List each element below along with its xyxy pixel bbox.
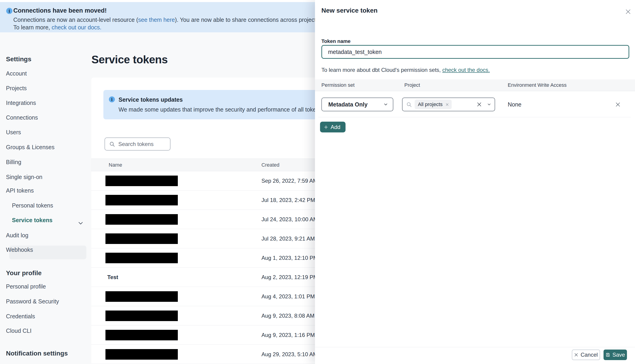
sidebar-item-cloud-cli[interactable]: Cloud CLI [6,328,32,334]
column-header-permission-set: Permission set [322,82,355,88]
info-icon: i [109,96,115,102]
column-header-environment-write-access: Environment Write Access [508,82,566,88]
redacted-token-name [105,195,178,206]
sidebar-item-integrations[interactable]: Integrations [6,100,36,106]
token-name-label: Token name [322,38,351,44]
remove-chip-icon[interactable] [445,103,449,106]
sidebar-item-single-sign-on[interactable]: Single sign-on [6,174,42,180]
permission-helper-text: To learn more about dbt Cloud's permissi… [322,67,490,73]
panel-footer: Cancel Save [315,347,635,364]
search-icon [109,141,115,147]
sidebar-item-connections[interactable]: Connections [6,114,38,121]
column-header-created: Created [261,162,279,168]
search-icon [406,102,412,108]
search-placeholder: Search tokens [118,141,153,147]
redacted-token-name [105,349,178,360]
column-header-name: Name [109,162,122,168]
cancel-button[interactable]: Cancel [572,350,600,360]
page-title: Service tokens [91,53,168,66]
chip-label: All projects [418,102,443,108]
redacted-token-name [105,214,178,225]
sidebar-heading-settings: Settings [6,56,31,63]
token-name: Test [107,274,118,280]
chevron-down-icon [487,102,491,107]
sidebar-item-account[interactable]: Account [6,70,27,77]
check-out-the-docs-link[interactable]: check out the docs. [442,67,490,73]
row-divider [318,117,631,117]
settings-sidebar: SettingsAccountProjectsIntegrationsConne… [0,32,91,364]
redacted-token-name [105,291,178,302]
new-service-token-panel: New service token Token name metadata_te… [315,0,635,364]
close-icon [574,353,578,357]
token-name-value: metadata_test_token [328,49,382,55]
check-out-our-docs-link[interactable]: check out our docs. [52,24,102,30]
save-button[interactable]: Save [603,350,627,360]
redacted-token-name [105,330,178,340]
search-input[interactable]: Search tokens [105,138,170,150]
project-multiselect[interactable]: All projects [402,98,495,111]
notice-body: We made some updates that improve the se… [119,106,343,113]
chevron-down-icon [383,102,388,107]
redacted-token-name [105,176,178,186]
sidebar-item-billing[interactable]: Billing [6,159,21,166]
sidebar-heading-notification-settings: Notification settings [6,350,68,357]
cancel-button-label: Cancel [580,352,598,358]
token-created-date: Aug 2, 2023, 12:19 PM P [261,274,323,280]
remove-row-icon[interactable] [613,100,623,110]
token-created-date: Jul 24, 2023, 10:00 AM [261,216,318,222]
token-created-date: Aug 29, 2023, 5:10 AM P [261,351,323,358]
sidebar-item-password-security[interactable]: Password & Security [6,298,59,305]
helper-text: To learn more about dbt Cloud's permissi… [322,67,442,73]
sidebar-item-groups-licenses[interactable]: Groups & Licenses [6,144,55,150]
add-permission-button[interactable]: Add [320,122,346,132]
token-created-date: Sep 26, 2022, 7:59 AM P [261,178,323,184]
close-icon[interactable] [623,6,633,17]
sidebar-item-api-tokens[interactable]: API tokens [6,187,34,194]
column-header-project: Project [404,82,420,88]
clear-selection-icon[interactable] [477,102,482,107]
redacted-token-name [105,234,178,244]
plus-icon [324,125,328,130]
banner-text: Connections are now an account-level res… [13,16,138,23]
sidebar-item-credentials[interactable]: Credentials [6,313,35,320]
permission-set-value: Metadata Only [328,101,383,108]
add-button-label: Add [331,124,341,130]
notice-title: Service tokens updates [119,96,183,103]
banner-text: To learn more, [13,24,52,30]
save-button-label: Save [612,352,625,358]
panel-title: New service token [322,7,378,14]
sidebar-item-webhooks[interactable]: Webhooks [6,246,33,253]
token-created-date: Jul 18, 2023, 2:42 PM P [261,197,320,203]
redacted-token-name [105,253,178,263]
token-created-date: Aug 1, 2023, 12:10 PM P [261,255,323,261]
token-created-date: Aug 9, 2023, 8:08 AM P [261,312,320,319]
info-icon: i [6,8,13,14]
permission-set-select[interactable]: Metadata Only [322,98,393,111]
sidebar-item-personal-profile[interactable]: Personal profile [6,283,46,290]
sidebar-item-users[interactable]: Users [6,129,21,136]
token-created-date: Aug 4, 2023, 1:01 PM P [261,293,320,300]
banner-title: Connections have been moved! [13,7,107,14]
sidebar-item-audit-log[interactable]: Audit log [6,232,28,239]
chevron-down-icon[interactable] [78,220,84,226]
sidebar-item-projects[interactable]: Projects [6,85,27,92]
all-projects-chip[interactable]: All projects [415,100,452,109]
see-them-here-link[interactable]: see them here [138,16,175,23]
redacted-token-name [105,310,178,321]
token-created-date: Jul 28, 2023, 9:21 AM P [261,236,320,242]
sidebar-item-service-tokens[interactable]: Service tokens [12,217,53,224]
permissions-grid-header: Permission set Project Environment Write… [315,80,635,91]
sidebar-item-personal-tokens[interactable]: Personal tokens [12,202,53,209]
sidebar-heading-your-profile: Your profile [6,270,42,277]
environment-write-access-value: None [508,101,521,108]
save-icon [605,352,610,357]
token-name-input[interactable]: metadata_test_token [322,45,629,59]
banner-body-line2: To learn more, check out our docs. [13,24,102,31]
token-created-date: Aug 9, 2023, 1:16 PM P [261,332,320,338]
